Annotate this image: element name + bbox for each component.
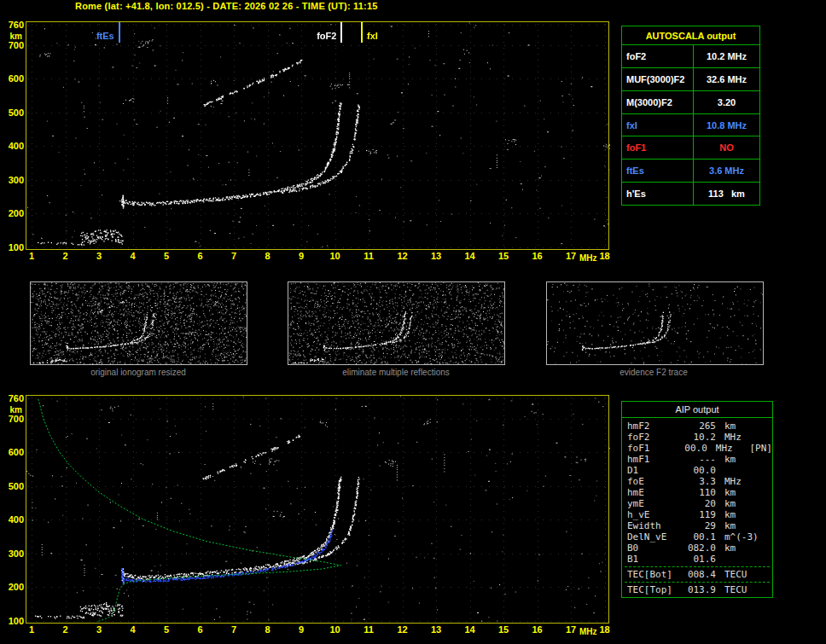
y-tick-label: 200 <box>2 208 24 218</box>
aip-tec-row-0-label: TEC[Bot] <box>627 569 682 580</box>
x-tick-label: 5 <box>164 251 169 261</box>
thumbnail-evidence-caption: evidence F2 trace <box>620 368 688 377</box>
fof2-marker-label: foF2 <box>317 31 336 41</box>
x-tick-label: 18 <box>599 624 609 635</box>
autoscala-row-0: foF210.2 MHz <box>622 45 759 68</box>
aip-row-7-unit: km <box>724 498 736 509</box>
x-tick-label: 9 <box>299 251 304 261</box>
aip-row-10-label: DelN_vE <box>627 531 682 542</box>
thumbnail-filtered-canvas <box>288 282 504 364</box>
aip-row-7-value: 20 <box>682 498 716 509</box>
x-tick-label: 15 <box>498 251 509 261</box>
y-tick-label: 760 <box>2 20 24 30</box>
aip-row-1-unit: MHz <box>724 432 742 443</box>
aip-row-1-value: 10.2 <box>682 432 716 443</box>
aip-row-9-unit: km <box>724 520 736 531</box>
aip-row-2-unit: MHz [PN] <box>716 443 772 454</box>
x-tick-label: 15 <box>498 624 509 635</box>
aip-row-5-label: foE <box>627 476 682 487</box>
y-tick-label: 200 <box>2 582 24 592</box>
aip-row-5: foE3.3MHz <box>622 476 772 487</box>
aip-row-0: hmF2265km <box>622 421 772 432</box>
x-tick-label: 9 <box>299 624 304 635</box>
aip-row-3-label: hmF1 <box>627 454 682 465</box>
x-tick-label: 11 <box>364 251 374 261</box>
x-tick-label: 1 <box>29 251 34 261</box>
aip-table-rows: hmF2265kmfoF210.2MHzfoF100.0MHz [PN]hmF1… <box>622 418 772 595</box>
x-tick-label: 13 <box>431 251 441 261</box>
autoscala-row-6: h'Es113 km <box>622 183 759 205</box>
aip-table-title: AIP output <box>622 402 772 418</box>
aip-row-8: h_vE119km <box>622 509 772 520</box>
autoscala-row-4-label: foF1 <box>622 136 694 159</box>
main-ionogram-canvas <box>26 22 610 248</box>
aip-row-3: hmF1---km <box>622 454 772 465</box>
autoscala-row-1-value: 32.6 MHz <box>694 68 759 90</box>
aip-row-11: B0082.0km <box>622 542 772 554</box>
autoscala-row-3-value: 10.8 MHz <box>694 114 759 136</box>
x-tick-label: 8 <box>265 251 270 261</box>
aip-tec-row-0-unit: TECU <box>724 569 747 580</box>
x-tick-label: 4 <box>130 251 135 261</box>
autoscala-table-title: AUTOSCALA output <box>622 26 759 45</box>
y-tick-label: 300 <box>2 175 24 185</box>
x-tick-label: 4 <box>130 624 135 635</box>
y-tick-label: 600 <box>2 447 24 457</box>
aip-row-5-value: 3.3 <box>682 476 716 487</box>
x-tick-label: 2 <box>62 251 67 261</box>
aip-row-9-label: Ewidth <box>627 520 682 531</box>
autoscala-row-2-label: M(3000)F2 <box>622 91 694 113</box>
aip-row-1: foF210.2MHz <box>622 432 772 443</box>
y-tick-label: 100 <box>2 242 24 252</box>
x-tick-label: 6 <box>197 251 202 261</box>
x-tick-label: 14 <box>464 624 474 635</box>
x-tick-label: 3 <box>96 251 102 261</box>
x-tick-label: 18 <box>599 251 609 261</box>
aip-row-0-unit: km <box>724 421 736 432</box>
x-tick-label: 12 <box>397 251 407 261</box>
x-axis-unit-label: MHz <box>579 627 597 636</box>
aip-tec-row-0-value: 008.4 <box>682 569 716 580</box>
y-tick-label: 500 <box>2 481 24 491</box>
aip-row-11-value: 082.0 <box>682 542 716 554</box>
x-tick-label: 3 <box>96 624 102 635</box>
thumbnail-original-canvas <box>31 282 247 364</box>
x-tick-label: 12 <box>397 624 407 635</box>
x-tick-label: 11 <box>364 624 374 635</box>
thumbnail-filtered-caption: eliminate multiple reflections <box>342 368 450 377</box>
aip-tec-row-0: TEC[Bot]008.4TECU <box>622 569 772 580</box>
header-title: Rome (lat: +41.8, lon: 012.5) - DATE: 20… <box>75 1 378 11</box>
autoscala-row-5: ftEs3.6 MHz <box>622 160 759 183</box>
aip-row-10-value: 00.1 <box>682 531 716 542</box>
y-tick-label: 600 <box>2 73 24 84</box>
y-tick-label: 500 <box>2 107 24 118</box>
aip-row-12: B101.6 <box>622 554 772 565</box>
aip-table: AIP outputhmF2265kmfoF210.2MHzfoF100.0MH… <box>621 401 773 598</box>
y-tick-label: 400 <box>2 514 24 525</box>
fxi-marker-line <box>361 22 363 43</box>
autoscala-row-6-label: h'Es <box>622 183 694 205</box>
aip-row-0-label: hmF2 <box>627 421 682 432</box>
aip-row-0-value: 265 <box>682 421 716 432</box>
autoscala-table: AUTOSCALA outputfoF210.2 MHzMUF(3000)F23… <box>621 26 760 206</box>
profile-ionogram-canvas <box>26 396 610 622</box>
x-tick-label: 7 <box>231 251 236 261</box>
autoscala-row-2: M(3000)F23.20 <box>622 91 759 114</box>
aip-row-4-label: D1 <box>627 465 682 476</box>
x-tick-label: 17 <box>566 251 576 261</box>
aip-row-12-value: 01.6 <box>682 554 716 565</box>
aip-row-3-value: --- <box>682 454 716 465</box>
aip-row-6-label: hmE <box>627 487 682 498</box>
aip-row-11-unit: km <box>724 542 736 554</box>
x-tick-label: 6 <box>197 624 202 635</box>
autoscala-row-2-value: 3.20 <box>694 91 759 113</box>
aip-tec-row-1-label: TEC[Top] <box>627 584 682 595</box>
aip-row-4: D100.0 <box>622 465 772 476</box>
aip-row-9-value: 29 <box>682 520 716 531</box>
fxi-marker-label: fxI <box>367 31 378 41</box>
x-tick-label: 17 <box>566 624 576 635</box>
autoscala-window: Rome (lat: +41.8, lon: 012.5) - DATE: 20… <box>0 0 826 644</box>
y-tick-label: 700 <box>2 40 24 50</box>
aip-row-2: foF100.0MHz [PN] <box>622 443 772 454</box>
aip-row-4-value: 00.0 <box>682 465 716 476</box>
